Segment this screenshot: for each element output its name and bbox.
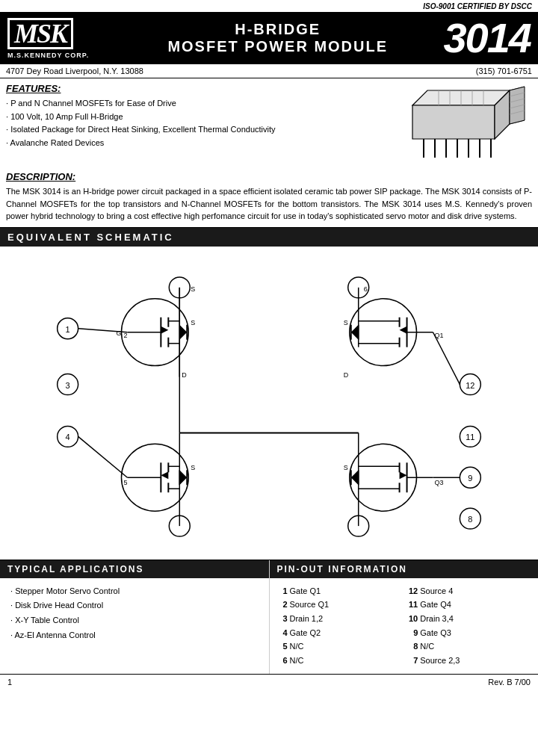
pin-row: 1 Gate Q1	[277, 584, 408, 598]
svg-text:12: 12	[466, 380, 474, 389]
header-bar: MSK M.S.KENNEDY CORP. H-BRIDGE MOSFET PO…	[0, 12, 538, 64]
svg-text:D: D	[344, 371, 349, 378]
schematic-svg: 1 3 4 S D G	[0, 247, 538, 560]
title-line1: H-BRIDGE	[120, 21, 436, 38]
pin-name: Drain 1,2	[290, 612, 408, 626]
pin-row: 10 Drain 3,4	[407, 612, 538, 626]
svg-marker-39	[179, 324, 187, 339]
pin-row: 9 Gate Q3	[407, 626, 538, 640]
svg-text:1: 1	[66, 324, 70, 333]
pin-number: 4	[277, 626, 288, 640]
pin-number: 9	[407, 626, 418, 640]
page-number: 1	[7, 678, 12, 687]
pin-name: N/C	[420, 639, 538, 654]
description-title: DESCRIPTION:	[6, 171, 532, 182]
app-item: X-Y Table Control	[10, 613, 269, 628]
features-list: P and N Channel MOSFETs for Ease of Driv…	[6, 97, 390, 149]
pin-row: 5 N/C	[277, 639, 408, 654]
typical-applications-header: TYPICAL APPLICATIONS	[0, 560, 269, 578]
revision: Rev. B 7/00	[488, 678, 531, 687]
svg-text:8: 8	[468, 515, 472, 524]
part-number: 3014	[443, 17, 531, 59]
svg-text:4: 4	[66, 433, 70, 441]
chip-illustration	[398, 83, 532, 165]
pin-name: Gate Q1	[290, 584, 408, 598]
svg-marker-1	[412, 105, 495, 139]
company-name: M.S.KENNEDY CORP.	[7, 52, 89, 59]
applications-list: Stepper Motor Servo Control Disk Drive H…	[0, 584, 269, 643]
address-left: 4707 Dey Road Liverpool, N.Y. 13088	[6, 66, 143, 75]
svg-line-101	[433, 332, 460, 384]
pin-number: 6	[277, 654, 288, 668]
svg-text:3: 3	[66, 380, 70, 389]
svg-text:2: 2	[123, 331, 127, 338]
svg-marker-37	[161, 326, 168, 333]
pin-number: 11	[407, 598, 418, 612]
pin-name: N/C	[290, 654, 408, 668]
svg-marker-54	[161, 471, 168, 479]
pin-row: 11 Gate Q4	[407, 598, 538, 612]
logo-area: MSK M.S.KENNEDY CORP.	[7, 18, 105, 59]
svg-text:S: S	[191, 285, 195, 292]
pin-row: 8 N/C	[407, 639, 538, 654]
feature-item: 100 Volt, 10 Amp Full H-Bridge	[6, 111, 390, 124]
typical-applications: TYPICAL APPLICATIONS Stepper Motor Servo…	[0, 560, 270, 674]
pin-name: Source 4	[420, 584, 538, 598]
svg-text:11: 11	[466, 433, 474, 441]
address-bar: 4707 Dey Road Liverpool, N.Y. 13088 (315…	[0, 64, 538, 78]
schematic-header: EQUIVALENT SCHEMATIC	[0, 228, 538, 247]
description-section: DESCRIPTION: The MSK 3014 is an H-bridge…	[0, 168, 538, 228]
svg-text:S: S	[191, 318, 195, 326]
svg-text:G: G	[116, 329, 121, 336]
pin-name: N/C	[290, 639, 408, 654]
pin-number: 1	[277, 584, 288, 598]
pinout-table: 1 Gate Q1 2 Source Q1 3 Drain 1,2 4 Gate…	[270, 584, 539, 668]
pin-row: 2 Source Q1	[277, 598, 408, 612]
svg-text:6: 6	[364, 285, 368, 292]
pin-row: 4 Gate Q2	[277, 626, 408, 640]
pin-row: 7 Source 2,3	[407, 654, 538, 668]
product-title: H-BRIDGE MOSFET POWER MODULE	[120, 21, 436, 55]
pin-row: 6 N/C	[277, 654, 408, 668]
pin-number: 12	[407, 584, 418, 598]
pin-number: 10	[407, 612, 418, 626]
svg-marker-87	[400, 471, 407, 479]
schematic-area: 1 3 4 S D G	[0, 247, 538, 560]
chip-svg	[398, 83, 532, 165]
title-line2: MOSFET POWER MODULE	[120, 38, 436, 55]
pin-name: Gate Q3	[420, 626, 538, 640]
footer: 1 Rev. B 7/00	[0, 675, 538, 690]
svg-text:S: S	[344, 318, 348, 326]
feature-item: Isolated Package for Direct Heat Sinking…	[6, 123, 390, 137]
feature-item: Avalanche Rated Devices	[6, 137, 390, 150]
pin-number: 2	[277, 598, 288, 612]
pin-number: 7	[407, 654, 418, 668]
pin-number: 3	[277, 612, 288, 626]
svg-text:S: S	[191, 464, 195, 471]
svg-text:Q1: Q1	[434, 331, 443, 338]
address-right: (315) 701-6751	[476, 66, 532, 75]
pin-name: Source Q1	[290, 598, 408, 612]
features-section: FEATURES: P and N Channel MOSFETs for Ea…	[0, 78, 538, 168]
pin-row: 12 Source 4	[407, 584, 538, 598]
svg-marker-88	[351, 470, 359, 485]
features-text: FEATURES: P and N Channel MOSFETs for Ea…	[6, 83, 390, 165]
app-item: Disk Drive Head Control	[10, 598, 269, 613]
svg-line-62	[78, 436, 128, 477]
app-item: Az-El Antenna Control	[10, 628, 269, 643]
app-item: Stepper Motor Servo Control	[10, 584, 269, 599]
iso-text: ISO-9001 CERTIFIED BY DSCC	[423, 2, 532, 10]
svg-text:S: S	[344, 464, 348, 471]
pin-name: Gate Q4	[420, 598, 538, 612]
bottom-section: TYPICAL APPLICATIONS Stepper Motor Servo…	[0, 560, 538, 675]
pin-name: Gate Q2	[290, 626, 408, 640]
pin-name: Drain 3,4	[420, 612, 538, 626]
iso-bar: ISO-9001 CERTIFIED BY DSCC	[0, 0, 538, 12]
pin-row: 3 Drain 1,2	[277, 612, 408, 626]
pin-number: 8	[407, 639, 418, 654]
pinout-right-col: 12 Source 4 11 Gate Q4 10 Drain 3,4 9 Ga…	[407, 584, 538, 668]
pinout-left-col: 1 Gate Q1 2 Source Q1 3 Drain 1,2 4 Gate…	[277, 584, 408, 668]
svg-marker-74	[351, 324, 359, 339]
svg-text:5: 5	[123, 479, 127, 486]
pin-number: 5	[277, 639, 288, 654]
